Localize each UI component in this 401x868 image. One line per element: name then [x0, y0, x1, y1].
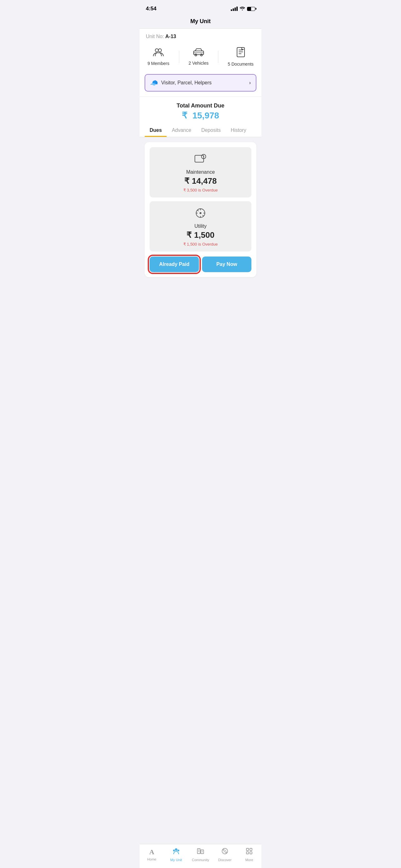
tabs-row: Dues Advance Deposits History	[140, 124, 261, 137]
stat-documents[interactable]: 5 Documents	[228, 47, 253, 67]
utility-card[interactable]: Utility ₹ 1,500 ₹ 1,500 is Overdue	[149, 201, 252, 251]
maintenance-card[interactable]: Maintenance ₹ 14,478 ₹ 3,500 is Overdue	[149, 147, 252, 197]
svg-rect-7	[195, 155, 204, 162]
status-icons	[231, 6, 255, 11]
buttons-row: Already Paid Pay Now	[149, 256, 252, 272]
tab-dues[interactable]: Dues	[144, 124, 167, 137]
unit-row: Unit No: A-13	[140, 29, 261, 42]
tab-advance[interactable]: Advance	[167, 124, 196, 137]
svg-point-0	[155, 49, 158, 52]
pay-now-button[interactable]: Pay Now	[202, 256, 252, 272]
status-bar: 4:54	[140, 0, 261, 16]
members-label: 9 Members	[147, 61, 169, 66]
status-time: 4:54	[146, 6, 157, 12]
utility-title: Utility	[155, 223, 246, 229]
members-icon	[153, 48, 164, 59]
documents-label: 5 Documents	[228, 62, 253, 67]
utility-overdue: ₹ 1,500 is Overdue	[155, 242, 246, 247]
stats-row: 9 Members 2 Vehicles	[140, 42, 261, 73]
svg-point-12	[200, 212, 201, 214]
maintenance-icon	[155, 153, 246, 167]
total-amount: ₹ 15,978	[140, 110, 261, 121]
total-section: Total Amount Due ₹ 15,978	[140, 97, 261, 124]
tab-deposits[interactable]: Deposits	[196, 124, 226, 137]
battery-icon	[247, 7, 255, 11]
vehicles-label: 2 Vehicles	[189, 61, 209, 66]
visitor-text: Visitor, Parcel, Helpers	[161, 80, 212, 86]
vehicles-icon	[193, 48, 204, 59]
total-value: 15,978	[192, 111, 219, 120]
main-content: Unit No: A-13 9 Members	[140, 29, 261, 282]
stat-divider-2	[218, 51, 218, 63]
maintenance-overdue: ₹ 3,500 is Overdue	[155, 188, 246, 192]
maintenance-title: Maintenance	[155, 169, 246, 175]
already-paid-button[interactable]: Already Paid	[149, 256, 199, 272]
cards-section: Maintenance ₹ 14,478 ₹ 3,500 is Overdue	[140, 137, 261, 282]
total-label: Total Amount Due	[140, 102, 261, 109]
visitor-banner[interactable]: 🧢 Visitor, Parcel, Helpers ›	[144, 74, 257, 92]
visitor-icon: 🧢	[150, 79, 158, 87]
stat-members[interactable]: 9 Members	[147, 48, 169, 66]
visitor-arrow: ›	[249, 80, 251, 86]
dues-card-container: Maintenance ₹ 14,478 ₹ 3,500 is Overdue	[144, 142, 257, 277]
nav-header: My Unit	[140, 16, 261, 29]
page-title: My Unit	[191, 18, 211, 24]
total-currency: ₹	[182, 111, 188, 120]
unit-number: A-13	[165, 34, 176, 39]
svg-point-1	[158, 49, 162, 52]
utility-amount: ₹ 1,500	[155, 230, 246, 240]
stat-vehicles[interactable]: 2 Vehicles	[189, 48, 209, 66]
maintenance-amount: ₹ 14,478	[155, 176, 246, 186]
documents-icon	[236, 47, 245, 60]
signal-icon	[231, 6, 238, 11]
unit-label: Unit No:	[146, 34, 164, 39]
stat-divider-1	[179, 51, 179, 63]
tab-history[interactable]: History	[226, 124, 252, 137]
utility-icon	[155, 208, 246, 221]
wifi-icon	[239, 6, 245, 11]
